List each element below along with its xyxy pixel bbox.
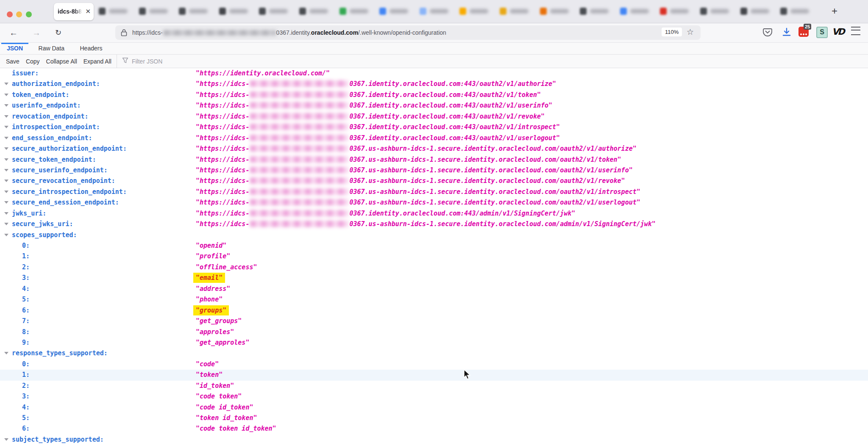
tab-favicon-icon	[500, 8, 506, 15]
tab-close-icon[interactable]: ✕	[85, 8, 91, 15]
json-value: "https://idcs-0367.us-ashburn-idcs-1.sec…	[196, 166, 633, 174]
redacted-blur	[250, 80, 348, 87]
save-button[interactable]: Save	[6, 58, 19, 65]
adblock-extension-icon[interactable]: 25	[798, 27, 809, 37]
twisty-collapse-icon[interactable]	[4, 94, 8, 96]
json-key: 9:	[22, 339, 30, 346]
active-tab[interactable]: idcs-8b8 ✕	[54, 3, 94, 20]
bookmark-star-icon[interactable]: ☆	[687, 27, 694, 37]
json-key: secure_userinfo_endpoint:	[12, 166, 108, 174]
json-value: "https://idcs-0367.us-ashburn-idcs-1.sec…	[196, 199, 640, 206]
new-tab-button[interactable]: +	[832, 5, 837, 17]
lock-icon[interactable]	[121, 29, 127, 38]
twisty-collapse-icon[interactable]	[4, 201, 8, 204]
twisty-collapse-icon[interactable]	[4, 115, 8, 118]
browser-tab[interactable]	[139, 7, 173, 16]
tab-title-blurred	[510, 9, 529, 14]
json-key: 7:	[22, 317, 30, 325]
json-value: "https://idcs-0367.identity.oraclecloud.…	[196, 80, 556, 88]
browser-tab[interactable]	[740, 7, 774, 16]
browser-tab[interactable]	[500, 7, 534, 16]
tab-json[interactable]: JSON	[0, 43, 30, 54]
url-prefix: https://idcs-	[132, 29, 163, 36]
active-tab-title: idcs-8b8	[58, 8, 82, 15]
tab-headers[interactable]: Headers	[73, 43, 109, 54]
browser-tab[interactable]	[179, 7, 213, 16]
hamburger-menu-icon[interactable]	[851, 27, 860, 35]
twisty-collapse-icon[interactable]	[4, 83, 8, 85]
twisty-collapse-icon[interactable]	[4, 352, 8, 354]
json-value: "https://idcs-0367.identity.oraclecloud.…	[196, 113, 545, 120]
browser-tab[interactable]	[420, 7, 453, 16]
twisty-collapse-icon[interactable]	[4, 126, 8, 128]
json-value: "https://identity.oraclecloud.com/"	[196, 69, 330, 77]
json-row: secure_end_session_endpoint:"https://idc…	[0, 197, 868, 208]
json-row: introspection_endpoint:"https://idcs-036…	[0, 122, 868, 133]
json-row: response_types_supported:	[0, 348, 868, 359]
twisty-collapse-icon[interactable]	[4, 438, 8, 441]
url-text[interactable]: https://idcs-0367.identity.oraclecloud.c…	[132, 29, 446, 36]
twisty-collapse-icon[interactable]	[4, 137, 8, 139]
twisty-collapse-icon[interactable]	[4, 169, 8, 171]
twisty-collapse-icon[interactable]	[4, 234, 8, 236]
filter-json-input[interactable]	[131, 58, 260, 65]
stylus-extension-icon[interactable]: S	[816, 27, 828, 38]
json-key: 1:	[22, 371, 30, 379]
twisty-collapse-icon[interactable]	[4, 180, 8, 182]
json-key: introspection_endpoint:	[12, 123, 100, 131]
twisty-collapse-icon[interactable]	[4, 191, 8, 193]
extension-dots	[800, 33, 807, 35]
twisty-collapse-icon[interactable]	[4, 158, 8, 161]
browser-tab[interactable]	[700, 7, 734, 16]
back-icon[interactable]: ←	[9, 27, 18, 39]
tab-favicon-icon	[660, 8, 667, 15]
tab-favicon-icon	[540, 8, 547, 15]
browser-tab[interactable]	[219, 7, 253, 16]
json-key: token_endpoint:	[12, 91, 69, 99]
json-value: "profile"	[196, 252, 230, 260]
reload-icon[interactable]: ↻	[55, 27, 61, 39]
tab-title-blurred	[790, 9, 809, 14]
json-value: "get_approles"	[196, 339, 249, 346]
window-zoom-button[interactable]	[26, 11, 32, 17]
browser-tab[interactable]	[379, 7, 413, 16]
copy-button[interactable]: Copy	[26, 58, 40, 65]
window-minimize-button[interactable]	[16, 11, 22, 17]
pocket-icon[interactable]	[762, 27, 773, 39]
browser-tab[interactable]	[660, 7, 694, 16]
downloads-icon[interactable]	[781, 27, 792, 39]
json-value: "https://idcs-0367.us-ashburn-idcs-1.sec…	[196, 220, 656, 228]
json-row: 3:"code token"	[0, 391, 868, 402]
tab-favicon-icon	[179, 8, 186, 15]
tab-raw-data[interactable]: Raw Data	[32, 43, 71, 54]
json-row: authorization_endpoint:"https://idcs-036…	[0, 79, 868, 89]
expand-all-button[interactable]: Expand All	[83, 58, 111, 65]
browser-tab[interactable]	[299, 7, 333, 16]
collapse-all-button[interactable]: Collapse All	[46, 58, 77, 65]
url-bar[interactable]: https://idcs-0367.identity.oraclecloud.c…	[115, 25, 701, 40]
browser-tab[interactable]	[580, 7, 614, 16]
twisty-collapse-icon[interactable]	[4, 104, 8, 107]
url-domain: oraclecloud.com	[311, 29, 358, 36]
window-close-button[interactable]	[7, 11, 13, 17]
tab-title-blurred	[189, 9, 208, 14]
json-value: "token id_token"	[196, 414, 257, 422]
vue-devtools-extension-icon[interactable]: VD	[832, 27, 844, 37]
twisty-collapse-icon[interactable]	[4, 212, 8, 215]
browser-tab[interactable]	[620, 7, 654, 16]
browser-tab[interactable]	[99, 7, 133, 16]
browser-tab[interactable]	[540, 7, 574, 16]
browser-tab[interactable]	[259, 7, 293, 16]
browser-tab[interactable]	[339, 7, 373, 16]
json-row: secure_jwks_uri:"https://idcs-0367.us-as…	[0, 219, 868, 230]
redacted-blur	[250, 135, 348, 141]
browser-tab[interactable]	[459, 7, 493, 16]
browser-tab[interactable]	[780, 7, 814, 16]
json-key: secure_revocation_endpoint:	[12, 177, 115, 185]
zoom-level-indicator[interactable]: 110%	[662, 28, 682, 36]
twisty-collapse-icon[interactable]	[4, 147, 8, 150]
twisty-collapse-icon[interactable]	[4, 223, 8, 225]
extension-badge: 25	[804, 24, 811, 30]
tab-title-blurred	[430, 9, 448, 14]
json-value: "https://idcs-0367.us-ashburn-idcs-1.sec…	[196, 145, 637, 152]
